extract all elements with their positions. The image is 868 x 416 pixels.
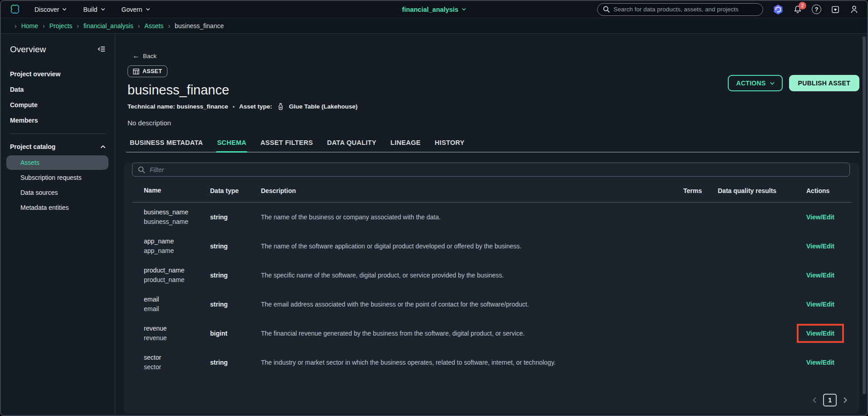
cell-description: The industry or market sector in which t… (261, 359, 683, 366)
cell-description: The financial revenue generated by the b… (261, 330, 683, 337)
filter-search-icon (138, 166, 145, 173)
tab[interactable]: LINEAGE (390, 139, 422, 152)
schema-panel: Name Data type Description Terms Data qu… (124, 163, 859, 414)
view-edit-link[interactable]: View/Edit (806, 213, 834, 221)
cell-technical-name: app_name (144, 247, 174, 254)
cell-actions: View/Edit (806, 272, 851, 279)
breadcrumb: › Home › Projects › financial_analysis ›… (1, 18, 867, 34)
question-mark-icon: ? (815, 6, 819, 13)
view-edit-link[interactable]: View/Edit (806, 330, 834, 337)
breadcrumb-link[interactable]: business_finance (175, 22, 224, 30)
view-edit-link[interactable]: View/Edit (806, 359, 834, 366)
breadcrumb-link[interactable]: financial_analysis (83, 22, 133, 30)
breadcrumb-separator: › (138, 22, 140, 30)
cell-actions: View/Edit (806, 324, 851, 343)
cell-name: email email (132, 295, 210, 314)
sidebar-item[interactable]: Project overview (1, 66, 115, 82)
user-menu-button[interactable] (849, 5, 859, 14)
cell-description: The specific name of the software, digit… (261, 272, 683, 279)
cell-actions: View/Edit (806, 213, 851, 221)
feedback-icon (831, 5, 840, 14)
cell-technical-name: email (144, 305, 159, 312)
highlight-box: View/Edit (806, 213, 834, 221)
amazon-q-icon (773, 4, 784, 15)
table-row: revenue revenue bigint The financial rev… (132, 319, 851, 348)
breadcrumb-link[interactable]: Assets (144, 22, 163, 30)
back-button[interactable]: ← Back (132, 52, 157, 60)
view-edit-link[interactable]: View/Edit (806, 243, 834, 250)
sidebar-item[interactable]: Compute (1, 97, 115, 113)
breadcrumb-link[interactable]: Projects (49, 22, 73, 30)
nav-menu-item[interactable]: Build (83, 6, 105, 13)
meta-bullet: • (233, 104, 235, 110)
breadcrumb-item: › Assets (133, 22, 164, 30)
schema-table: Name Data type Description Terms Data qu… (132, 186, 851, 377)
actions-button[interactable]: ACTIONS (728, 75, 782, 91)
filter-box (132, 163, 850, 177)
sidebar-item[interactable]: Data (1, 82, 115, 97)
breadcrumb-separator: › (168, 22, 170, 30)
search-input[interactable] (613, 6, 757, 13)
global-search (597, 3, 763, 16)
tab[interactable]: HISTORY (434, 139, 466, 152)
breadcrumb-item: › Home (10, 22, 38, 30)
sidebar-section-project-catalog[interactable]: Project catalog (1, 139, 115, 155)
nav-menu-item[interactable]: Govern (122, 6, 150, 13)
highlight-box: View/Edit (806, 243, 834, 250)
view-edit-link[interactable]: View/Edit (806, 272, 834, 279)
table-body: business_name business_name string The n… (132, 203, 851, 377)
feedback-button[interactable] (831, 5, 840, 14)
highlight-box: View/Edit (797, 324, 844, 343)
previous-page-icon[interactable] (812, 397, 817, 403)
sidebar-subitem[interactable]: Assets (6, 155, 108, 170)
tab[interactable]: BUSINESS METADATA (129, 139, 204, 152)
cell-name: revenue revenue (132, 324, 210, 343)
sidebar: Overview Project overview Data Compute M… (1, 34, 115, 415)
main-content: ← Back ASSET business_finance Technical … (115, 34, 867, 415)
sidebar-subitem[interactable]: Subscription requests (6, 170, 108, 185)
chevron-down-icon (770, 82, 775, 85)
highlight-box: View/Edit (806, 272, 834, 279)
column-header-quality: Data quality results (718, 187, 806, 194)
sidebar-subitem[interactable]: Data sources (6, 185, 108, 200)
breadcrumb-item: › Projects (38, 22, 72, 30)
next-page-icon[interactable] (843, 397, 848, 403)
nav-menu-item[interactable]: Discover (34, 6, 67, 13)
table-row: product_name product_name string The spe… (132, 261, 851, 290)
publish-asset-button[interactable]: PUBLISH ASSET (789, 75, 859, 91)
tab[interactable]: DATA QUALITY (326, 139, 378, 152)
cell-technical-name: revenue (144, 334, 167, 342)
cell-actions: View/Edit (806, 301, 851, 308)
notifications-button[interactable]: 2 (793, 5, 802, 14)
breadcrumb-link[interactable]: Home (21, 22, 38, 30)
sidebar-item[interactable]: Members (1, 113, 115, 128)
collapse-panel-icon[interactable] (98, 45, 106, 54)
cell-name: sector sector (132, 353, 210, 372)
cell-description: The name of the software application or … (261, 243, 683, 250)
column-header-terms: Terms (683, 187, 718, 194)
table-header: Name Data type Description Terms Data qu… (132, 186, 851, 203)
view-edit-link[interactable]: View/Edit (806, 301, 834, 308)
search-icon (603, 6, 610, 13)
asset-description: No description (128, 119, 859, 127)
sidebar-divider (10, 134, 106, 134)
tab[interactable]: SCHEMA (216, 139, 247, 152)
help-button[interactable]: ? (812, 5, 821, 14)
amazon-q-button[interactable] (773, 4, 784, 15)
nav-menus: Discover Build Govern (34, 6, 150, 13)
notification-count-badge: 2 (799, 2, 806, 10)
vertical-scrollbar[interactable] (863, 36, 866, 394)
cell-data-type: string (210, 301, 261, 308)
back-arrow-icon: ← (132, 52, 140, 60)
app-window: Discover Build Govern financial_analysis (0, 0, 868, 416)
table-row: email email string The email address ass… (132, 290, 851, 319)
page-number-button[interactable]: 1 (823, 394, 837, 406)
tab[interactable]: ASSET FILTERS (260, 139, 314, 152)
breadcrumb-separator: › (15, 22, 17, 30)
asset-meta: Technical name: business_finance • Asset… (128, 103, 859, 110)
project-selector-dropdown[interactable]: financial_analysis (402, 6, 466, 13)
sidebar-subitem[interactable]: Metadata entities (6, 200, 108, 215)
cell-technical-name: product_name (144, 276, 185, 283)
app-logo-icon[interactable] (9, 4, 21, 15)
filter-input[interactable] (150, 166, 844, 173)
